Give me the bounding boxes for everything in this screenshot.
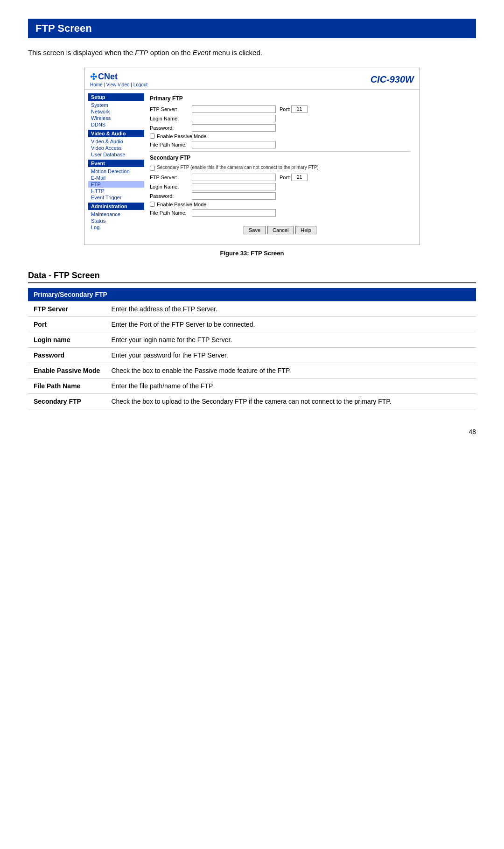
sidebar-header-event: Event xyxy=(88,160,144,167)
figure-caption: Figure 33: FTP Screen xyxy=(28,250,476,257)
field-name: File Path Name xyxy=(28,378,105,393)
button-row: Save Cancel Help xyxy=(150,226,410,239)
page-number: 48 xyxy=(28,428,476,435)
secondary-passive-row: Enable Passive Mode xyxy=(150,202,410,207)
secondary-filepath-label: File Path Name: xyxy=(150,210,192,216)
sidebar-item-user-database[interactable]: User Database xyxy=(88,151,144,158)
table-row: PasswordEnter your password for the FTP … xyxy=(28,347,476,363)
primary-server-input[interactable] xyxy=(192,105,276,113)
table-row: PortEnter the Port of the FTP Server to … xyxy=(28,316,476,332)
primary-login-row: Login Name: xyxy=(150,115,410,122)
field-description: Enter your login name for the FTP Server… xyxy=(105,332,476,347)
sidebar-item-video-audio[interactable]: Video & Audio xyxy=(88,138,144,145)
secondary-password-input[interactable] xyxy=(192,192,276,200)
secondary-enable-row: Secondary FTP (enable this if the camera… xyxy=(150,165,410,172)
secondary-passive-checkbox[interactable] xyxy=(150,202,155,207)
primary-filepath-input[interactable] xyxy=(192,141,276,148)
secondary-ftp-title: Secondary FTP xyxy=(150,154,410,161)
screenshot-frame: ✣ CNet Home | View Video | Logout CIC-93… xyxy=(84,68,420,245)
secondary-filepath-row: File Path Name: xyxy=(150,209,410,217)
secondary-server-input[interactable] xyxy=(192,174,276,181)
primary-login-label: Login Name: xyxy=(150,116,192,121)
secondary-passive-label: Enable Passive Mode xyxy=(157,202,206,207)
secondary-enable-checkbox[interactable] xyxy=(150,166,155,171)
primary-server-row: FTP Server: Port: xyxy=(150,105,410,113)
field-description: Enter the file path/name of the FTP. xyxy=(105,378,476,393)
primary-passive-label: Enable Passive Mode xyxy=(157,133,206,139)
secondary-note: Secondary FTP (enable this if the camera… xyxy=(157,165,319,170)
sidebar-item-wireless[interactable]: Wireless xyxy=(88,115,144,121)
primary-port-input[interactable] xyxy=(291,105,308,113)
field-description: Enter the Port of the FTP Server to be c… xyxy=(105,316,476,332)
primary-login-input[interactable] xyxy=(192,115,276,122)
field-name: Login name xyxy=(28,332,105,347)
table-row: File Path NameEnter the file path/name o… xyxy=(28,378,476,393)
secondary-login-input[interactable] xyxy=(192,183,276,190)
sidebar-item-motion[interactable]: Motion Detection xyxy=(88,168,144,175)
cam-nav[interactable]: Home | View Video | Logout xyxy=(90,82,147,87)
sidebar-item-maintenance[interactable]: Maintenance xyxy=(88,211,144,218)
primary-server-label: FTP Server: xyxy=(150,106,192,112)
primary-password-row: Password: xyxy=(150,124,410,132)
sidebar-item-ftp[interactable]: FTP xyxy=(88,181,144,188)
primary-passive-row: Enable Passive Mode xyxy=(150,133,410,139)
sidebar: Setup System Network Wireless DDNS Video… xyxy=(88,93,144,241)
cancel-button[interactable]: Cancel xyxy=(267,226,294,234)
table-row: Enable Passive ModeCheck the box to enab… xyxy=(28,363,476,378)
secondary-login-row: Login Name: xyxy=(150,183,410,190)
cam-body: Setup System Network Wireless DDNS Video… xyxy=(84,90,420,245)
field-description: Enter the address of the FTP Server. xyxy=(105,301,476,316)
secondary-server-row: FTP Server: Port: xyxy=(150,174,410,181)
cam-logo: ✣ CNet Home | View Video | Logout xyxy=(90,72,147,87)
table-row: Secondary FTPCheck the box to upload to … xyxy=(28,393,476,409)
nav-view-video[interactable]: View Video xyxy=(106,82,130,87)
data-section-title: Data - FTP Screen xyxy=(28,271,476,283)
secondary-port-input[interactable] xyxy=(291,174,308,181)
nav-logout[interactable]: Logout xyxy=(133,82,148,87)
cam-header: ✣ CNet Home | View Video | Logout CIC-93… xyxy=(84,68,420,90)
primary-ftp-title: Primary FTP xyxy=(150,95,410,102)
sidebar-header-admin: Administration xyxy=(88,203,144,210)
cam-model: CIC-930W xyxy=(371,74,414,85)
primary-password-input[interactable] xyxy=(192,124,276,132)
field-name: Password xyxy=(28,347,105,363)
field-description: Check the box to enable the Passive mode… xyxy=(105,363,476,378)
data-table: Primary/Secondary FTP FTP ServerEnter th… xyxy=(28,288,476,409)
sidebar-item-email[interactable]: E-Mail xyxy=(88,175,144,181)
field-name: FTP Server xyxy=(28,301,105,316)
save-button[interactable]: Save xyxy=(244,226,266,234)
field-description: Enter your password for the FTP Server. xyxy=(105,347,476,363)
sidebar-item-network[interactable]: Network xyxy=(88,108,144,115)
primary-passive-checkbox[interactable] xyxy=(150,133,155,139)
table-row: FTP ServerEnter the address of the FTP S… xyxy=(28,301,476,316)
primary-filepath-label: File Path Name: xyxy=(150,142,192,147)
sidebar-item-log[interactable]: Log xyxy=(88,224,144,231)
sidebar-item-video-access[interactable]: Video Access xyxy=(88,145,144,151)
sidebar-item-event-trigger[interactable]: Event Trigger xyxy=(88,194,144,201)
secondary-filepath-input[interactable] xyxy=(192,209,276,217)
primary-port-label: Port: xyxy=(280,106,290,112)
secondary-password-row: Password: xyxy=(150,192,410,200)
sidebar-item-system[interactable]: System xyxy=(88,102,144,108)
cam-brand: ✣ CNet xyxy=(90,72,147,82)
secondary-password-label: Password: xyxy=(150,193,192,199)
nav-home[interactable]: Home xyxy=(90,82,103,87)
secondary-port-label: Port: xyxy=(280,175,290,180)
sidebar-item-status[interactable]: Status xyxy=(88,218,144,224)
intro-paragraph: This screen is displayed when the FTP op… xyxy=(28,48,476,58)
field-name: Port xyxy=(28,316,105,332)
content-area: Primary FTP FTP Server: Port: Login Name… xyxy=(144,93,416,241)
field-name: Secondary FTP xyxy=(28,393,105,409)
primary-filepath-row: File Path Name: xyxy=(150,141,410,148)
sidebar-item-ddns[interactable]: DDNS xyxy=(88,121,144,128)
secondary-login-label: Login Name: xyxy=(150,184,192,189)
sidebar-item-http[interactable]: HTTP xyxy=(88,188,144,194)
sidebar-header-setup: Setup xyxy=(88,93,144,101)
ftp-divider xyxy=(150,151,410,152)
help-button[interactable]: Help xyxy=(295,226,316,234)
field-description: Check the box to upload to the Secondary… xyxy=(105,393,476,409)
secondary-server-label: FTP Server: xyxy=(150,175,192,180)
sidebar-header-video: Video & Audio xyxy=(88,130,144,137)
primary-password-label: Password: xyxy=(150,125,192,131)
table-section-header: Primary/Secondary FTP xyxy=(28,288,476,302)
